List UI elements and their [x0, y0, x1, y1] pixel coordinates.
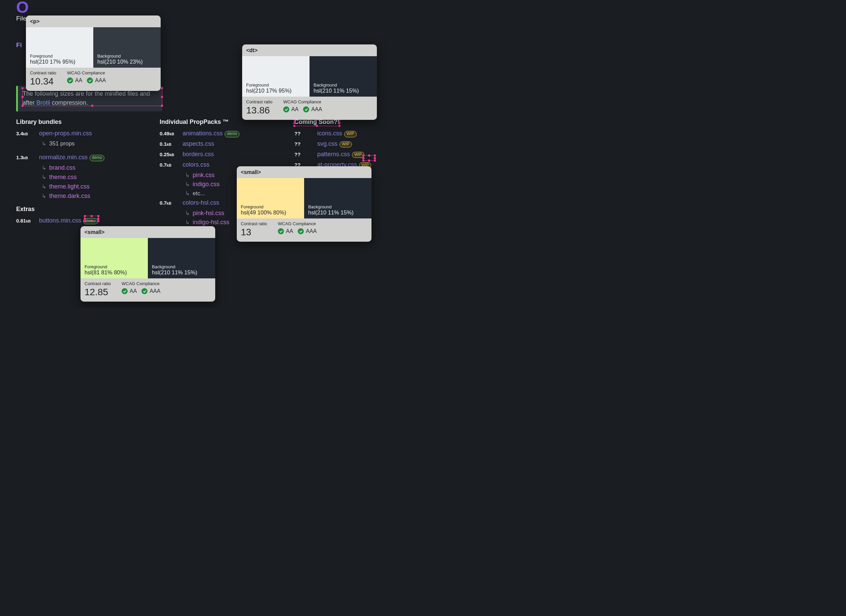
foreground-value: hsl(210 17% 95%) [30, 59, 89, 65]
demo-badge[interactable]: demo [83, 218, 98, 224]
library-bundles-heading: Library bundles [16, 119, 160, 126]
sub-arrow-icon: ↳ [185, 180, 192, 189]
page-subtitle: File [16, 15, 26, 22]
check-icon [141, 288, 147, 294]
background-swatch: Background hsl(210 11% 15%) [310, 56, 377, 97]
sub-link[interactable]: theme.dark.css [49, 192, 90, 201]
file-link[interactable]: colors-hsl.css [182, 198, 219, 208]
check-icon [278, 228, 284, 234]
library-bundles-column: Library bundles 3.4kB open-props.min.css… [16, 119, 160, 236]
check-icon [283, 106, 289, 113]
contrast-popup-small-yellow: <small> Foreground hsl(49 100% 80%) Back… [237, 166, 372, 242]
page-title: O [16, 0, 29, 16]
background-swatch: Background hsl(210 10% 23%) [93, 27, 161, 67]
sub-link[interactable]: theme.light.css [49, 182, 90, 192]
wcag-label: WCAG Compliance [67, 70, 106, 75]
file-size: 1.3kB [16, 154, 39, 161]
contrast-ratio-value: 12.85 [85, 287, 122, 298]
contrast-ratio-label: Contrast ratio [30, 70, 67, 75]
list-item: 3.4kB open-props.min.css [16, 129, 160, 138]
sub-link[interactable]: indigo.css [192, 180, 220, 189]
sub-arrow-icon: ↳ [185, 209, 192, 218]
contrast-ratio-value: 10.34 [30, 76, 67, 87]
sub-link[interactable]: pink.css [192, 171, 214, 180]
check-icon [303, 106, 309, 113]
foreground-swatch: Foreground hsl(210 17% 95%) [242, 56, 310, 97]
section-heading: Fi [16, 41, 22, 49]
popup-element-tag: <small> [237, 166, 372, 178]
contrast-ratio-value: 13.86 [246, 105, 283, 116]
sub-arrow-icon: ↳ [42, 164, 49, 172]
file-link[interactable]: patterns.css [317, 150, 350, 159]
sub-link[interactable]: pink-hsl.css [192, 209, 224, 218]
file-link[interactable]: svg.css [317, 139, 338, 149]
sub-link[interactable]: brand.css [49, 163, 75, 173]
wip-badge: WIP [344, 131, 357, 137]
wip-badge: WIP [352, 152, 364, 158]
check-icon [122, 288, 128, 294]
file-size: 0.81kB [16, 217, 39, 224]
sub-arrow-icon: ↳ [185, 219, 192, 227]
check-icon [298, 228, 304, 234]
background-swatch: Background hsl(210 11% 15%) [148, 238, 215, 279]
wcag-aa: AA [75, 78, 82, 84]
contrast-ratio-value: 13 [241, 227, 278, 238]
demo-badge[interactable]: demo [90, 155, 104, 161]
sub-arrow-icon: ↳ [42, 140, 49, 148]
file-link[interactable]: borders.css [182, 150, 214, 159]
sub-arrow-icon: ↳ [42, 192, 49, 201]
note-text-after: compression. [50, 99, 88, 106]
file-link[interactable]: animations.css [182, 129, 223, 138]
foreground-label: Foreground [30, 54, 89, 59]
popup-element-tag: <dt> [242, 44, 377, 56]
file-size: ?? [294, 151, 317, 158]
check-icon [87, 78, 93, 84]
background-swatch: Background hsl(210 11% 15%) [304, 178, 372, 219]
popup-element-tag: <p> [26, 16, 161, 27]
brotli-link[interactable]: Brotli [37, 99, 50, 106]
background-value: hsl(210 10% 23%) [97, 59, 157, 65]
sub-arrow-icon: ↳ [42, 183, 49, 191]
wcag-aaa: AAA [95, 78, 106, 84]
sub-arrow-icon: ↳ [185, 171, 192, 180]
foreground-swatch: Foreground hsl(49 100% 80%) [237, 178, 304, 219]
sub-note: 351 props [49, 139, 75, 148]
foreground-swatch: Foreground hsl(210 17% 95%) [26, 27, 93, 67]
list-item: 0.81kB buttons.min.css demo [16, 216, 160, 226]
file-link-buttons[interactable]: buttons.min.css [39, 216, 81, 226]
sub-note: etc... [192, 189, 205, 198]
file-link[interactable]: colors.css [182, 160, 210, 170]
file-link-open-props[interactable]: open-props.min.css [39, 129, 92, 138]
contrast-popup-dt: <dt> Foreground hsl(210 17% 95%) Backgro… [242, 44, 377, 120]
file-size: ?? [294, 130, 317, 137]
demo-badge[interactable]: demo [225, 131, 239, 137]
check-icon [67, 78, 73, 84]
file-link[interactable]: aspects.css [182, 139, 214, 149]
foreground-swatch: Foreground hsl(81 81% 80%) [81, 238, 148, 279]
sub-item: ↳ 351 props [42, 139, 160, 148]
background-label: Background [97, 54, 157, 59]
contrast-popup-small-lime: <small> Foreground hsl(81 81% 80%) Backg… [81, 226, 215, 302]
sub-link[interactable]: theme.css [49, 173, 77, 182]
file-size: ?? [294, 140, 317, 148]
extras-heading: Extras [16, 206, 160, 213]
file-link-normalize[interactable]: normalize.min.css [39, 153, 88, 162]
sub-arrow-icon: ↳ [42, 173, 49, 182]
list-item: 1.3kB normalize.min.css demo [16, 153, 160, 162]
sub-arrow-icon: ↳ [185, 189, 192, 198]
contrast-popup-p: <p> Foreground hsl(210 17% 95%) Backgrou… [26, 16, 161, 91]
wip-badge: WIP [339, 141, 352, 148]
file-size: 3.4kB [16, 130, 39, 137]
file-link[interactable]: icons.css [317, 129, 342, 138]
